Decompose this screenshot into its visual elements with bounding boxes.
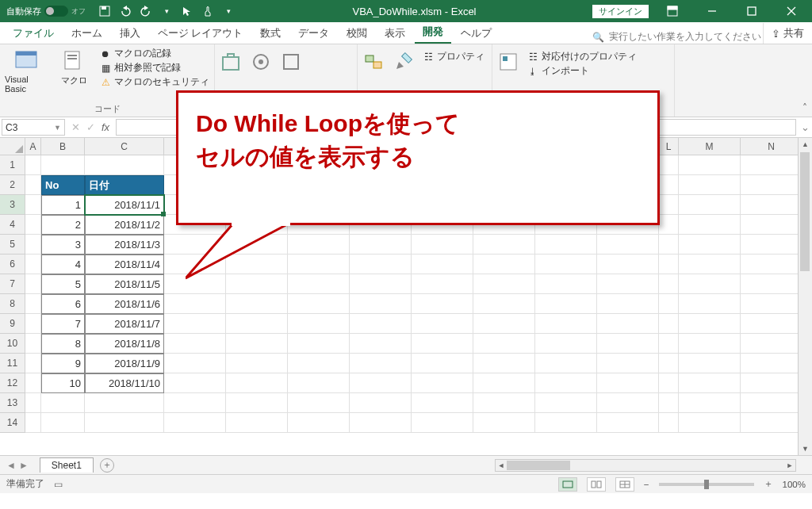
cell-M7[interactable] bbox=[679, 274, 741, 294]
collapse-ribbon-icon[interactable]: ˄ bbox=[802, 102, 807, 113]
row-header-4[interactable]: 4 bbox=[0, 215, 25, 235]
cell-C4[interactable]: 2018/11/2 bbox=[85, 215, 164, 235]
sheet-nav-next-icon[interactable]: ► bbox=[19, 460, 29, 471]
cell-E10[interactable] bbox=[226, 334, 288, 354]
cell-N5[interactable] bbox=[741, 235, 802, 254]
cell-N13[interactable] bbox=[741, 393, 802, 413]
cell-H14[interactable] bbox=[412, 413, 473, 433]
maximize-button[interactable] bbox=[736, 0, 768, 22]
cell-B1[interactable] bbox=[41, 155, 85, 175]
cell-D9[interactable] bbox=[164, 314, 226, 334]
horizontal-scrollbar[interactable]: ◄ ► bbox=[495, 459, 796, 472]
macro-security-button[interactable]: ⚠マクロのセキュリティ bbox=[100, 76, 209, 88]
row-header-13[interactable]: 13 bbox=[0, 393, 25, 413]
cell-F14[interactable] bbox=[288, 413, 350, 433]
cell-B14[interactable] bbox=[41, 413, 85, 433]
tab-file[interactable]: ファイル bbox=[5, 24, 62, 44]
cell-C14[interactable] bbox=[85, 413, 164, 433]
cell-M11[interactable] bbox=[679, 354, 741, 373]
cell-L11[interactable] bbox=[659, 354, 679, 373]
name-box[interactable]: C3 ▼ bbox=[2, 119, 65, 136]
cell-D11[interactable] bbox=[164, 354, 226, 373]
row-header-7[interactable]: 7 bbox=[0, 274, 25, 294]
cell-L4[interactable] bbox=[659, 215, 679, 235]
row-header-5[interactable]: 5 bbox=[0, 235, 25, 254]
cell-L3[interactable] bbox=[659, 195, 679, 215]
cell-N1[interactable] bbox=[741, 155, 802, 175]
row-header-10[interactable]: 10 bbox=[0, 334, 25, 354]
cell-D12[interactable] bbox=[164, 373, 226, 393]
enter-formula-icon[interactable]: ✓ bbox=[86, 121, 95, 133]
cell-M6[interactable] bbox=[679, 254, 741, 274]
cancel-formula-icon[interactable]: ✕ bbox=[71, 121, 80, 133]
tab-7[interactable]: 開発 bbox=[415, 22, 451, 44]
ribbon-options-icon[interactable] bbox=[657, 0, 688, 22]
cell-B5[interactable]: 3 bbox=[41, 235, 85, 254]
import-button[interactable]: ⭳インポート bbox=[527, 65, 637, 77]
macro-button[interactable]: マクロ bbox=[52, 48, 95, 103]
cell-E14[interactable] bbox=[226, 413, 288, 433]
relative-ref-button[interactable]: ▦相対参照で記録 bbox=[100, 62, 209, 74]
scroll-left-icon[interactable]: ◄ bbox=[496, 460, 507, 471]
cell-L12[interactable] bbox=[659, 373, 679, 393]
col-header-L[interactable]: L bbox=[659, 138, 679, 155]
col-header-A[interactable]: A bbox=[25, 138, 41, 155]
cell-C5[interactable]: 2018/11/3 bbox=[85, 235, 164, 254]
cell-L9[interactable] bbox=[659, 314, 679, 334]
tab-3[interactable]: 数式 bbox=[252, 24, 289, 44]
insert-control-icon[interactable] bbox=[362, 51, 385, 75]
cell-C13[interactable] bbox=[85, 393, 164, 413]
cell-L10[interactable] bbox=[659, 334, 679, 354]
cell-C10[interactable]: 2018/11/8 bbox=[85, 334, 164, 354]
cell-I12[interactable] bbox=[473, 373, 535, 393]
record-macro-button[interactable]: ⏺マクロの記録 bbox=[100, 48, 209, 59]
cell-N10[interactable] bbox=[741, 334, 802, 354]
cell-K12[interactable] bbox=[597, 373, 659, 393]
cell-M12[interactable] bbox=[679, 373, 741, 393]
row-header-6[interactable]: 6 bbox=[0, 254, 25, 274]
new-sheet-button[interactable]: ＋ bbox=[100, 458, 114, 473]
cell-G8[interactable] bbox=[350, 294, 412, 314]
cell-A9[interactable] bbox=[25, 314, 41, 334]
design-mode-icon[interactable] bbox=[393, 51, 415, 75]
cell-N3[interactable] bbox=[741, 195, 802, 215]
cell-K10[interactable] bbox=[597, 334, 659, 354]
cell-M3[interactable] bbox=[679, 195, 741, 215]
cell-H9[interactable] bbox=[412, 314, 473, 334]
cell-D8[interactable] bbox=[164, 294, 226, 314]
cell-A10[interactable] bbox=[25, 334, 41, 354]
fx-icon[interactable]: fx bbox=[102, 121, 109, 133]
cell-B9[interactable]: 7 bbox=[41, 314, 85, 334]
cell-C2[interactable]: 日付 bbox=[85, 175, 164, 195]
cell-F13[interactable] bbox=[288, 393, 350, 413]
cell-C11[interactable]: 2018/11/9 bbox=[85, 354, 164, 373]
cell-N12[interactable] bbox=[741, 373, 802, 393]
cell-D14[interactable] bbox=[164, 413, 226, 433]
cell-M1[interactable] bbox=[679, 155, 741, 175]
cell-J11[interactable] bbox=[535, 354, 597, 373]
scroll-down-icon[interactable]: ▼ bbox=[799, 442, 812, 455]
cell-E9[interactable] bbox=[226, 314, 288, 334]
cell-L13[interactable] bbox=[659, 393, 679, 413]
row-header-2[interactable]: 2 bbox=[0, 175, 25, 195]
cell-B4[interactable]: 2 bbox=[41, 215, 85, 235]
tab-4[interactable]: データ bbox=[290, 24, 337, 44]
cell-I10[interactable] bbox=[473, 334, 535, 354]
cell-I9[interactable] bbox=[473, 314, 535, 334]
cell-N9[interactable] bbox=[741, 314, 802, 334]
col-header-B[interactable]: B bbox=[41, 138, 85, 155]
cell-J13[interactable] bbox=[535, 393, 597, 413]
view-layout-button[interactable] bbox=[587, 477, 606, 492]
redo-icon[interactable] bbox=[140, 5, 152, 17]
zoom-level[interactable]: 100% bbox=[783, 480, 806, 489]
cell-A5[interactable] bbox=[25, 235, 41, 254]
cell-A14[interactable] bbox=[25, 413, 41, 433]
cell-G13[interactable] bbox=[350, 393, 412, 413]
tab-5[interactable]: 校閲 bbox=[339, 24, 375, 44]
cell-N4[interactable] bbox=[741, 215, 802, 235]
cell-L8[interactable] bbox=[659, 294, 679, 314]
cell-M4[interactable] bbox=[679, 215, 741, 235]
cell-A11[interactable] bbox=[25, 354, 41, 373]
cell-A3[interactable] bbox=[25, 195, 41, 215]
cell-K9[interactable] bbox=[597, 314, 659, 334]
